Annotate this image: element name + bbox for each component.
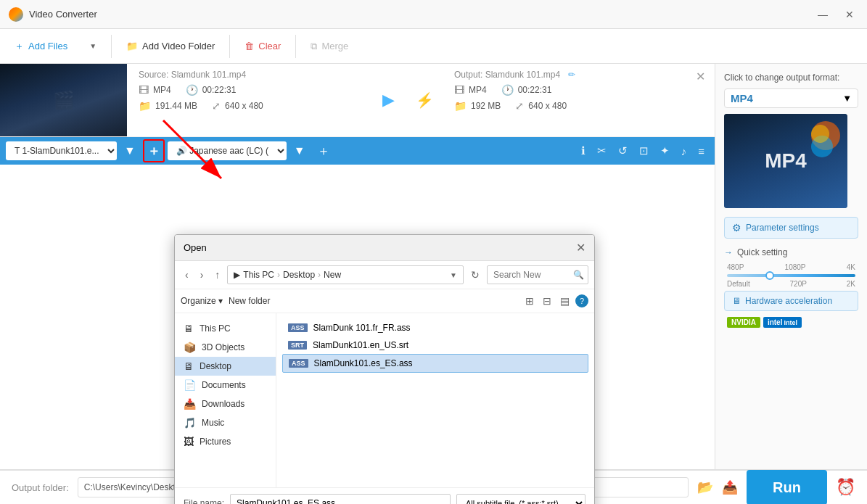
panel-view-button[interactable]: ▤ bbox=[557, 294, 572, 308]
output-resolution: ⤢ 640 x 480 bbox=[515, 100, 567, 112]
sidebar-item-music[interactable]: 🎵 Music bbox=[175, 413, 276, 432]
list-view-button[interactable]: ⊟ bbox=[540, 294, 554, 308]
main-toolbar: ＋ Add Files ▼ 📁 Add Video Folder 🗑 Clear… bbox=[0, 29, 867, 64]
add-track-button[interactable]: ＋ bbox=[143, 139, 165, 162]
pictures-icon: 🖼 bbox=[184, 436, 194, 447]
lightning-icon: ⚡ bbox=[416, 91, 434, 109]
grid-view-button[interactable]: ⊞ bbox=[522, 294, 537, 308]
minimize-button[interactable]: — bbox=[813, 7, 832, 22]
parameter-settings-button[interactable]: ⚙ Parameter settings bbox=[724, 217, 858, 239]
resize-icon: ⤢ bbox=[212, 100, 221, 112]
thumbnail-image: 🎬 bbox=[0, 64, 127, 136]
plus-icon: ＋ bbox=[15, 40, 24, 53]
chevron-down-icon: ▼ bbox=[89, 42, 96, 50]
info-icon-btn[interactable]: ℹ bbox=[577, 141, 590, 160]
file-name-2: SlamDunk101.en_US.srt bbox=[313, 340, 408, 350]
sidebar-item-this-pc[interactable]: 🖥 This PC bbox=[175, 319, 276, 338]
dialog-files: ASS SlamDunk 101.fr_FR.ass SRT SlamDunk1… bbox=[276, 313, 594, 487]
breadcrumb-sep-2: › bbox=[318, 270, 321, 280]
filename-input[interactable] bbox=[230, 494, 451, 504]
source-meta: 🎞 MP4 🕐 00:22:31 bbox=[139, 84, 358, 96]
output-size: 📁 192 MB bbox=[454, 100, 501, 112]
format-selector[interactable]: MP4 ▼ bbox=[724, 88, 858, 108]
file-entry-3[interactable]: ASS SlamDunk101.es_ES.ass bbox=[282, 354, 588, 373]
refresh-button[interactable]: ↻ bbox=[467, 268, 484, 282]
sidebar-item-pictures[interactable]: 🖼 Pictures bbox=[175, 432, 276, 451]
audio-icon-btn[interactable]: ♪ bbox=[677, 141, 691, 160]
add-audio-button[interactable]: ＋ bbox=[313, 139, 334, 162]
up-button[interactable]: ↑ bbox=[210, 268, 224, 282]
clock-icon-2: 🕐 bbox=[501, 84, 514, 96]
organize-button[interactable]: Organize ▾ bbox=[181, 296, 223, 306]
quality-slider-container: 480P 1080P 4K Default 720P 2K bbox=[724, 263, 858, 288]
browse-folder-button[interactable]: 📂 bbox=[697, 479, 713, 495]
convert-arrow: ▶ bbox=[370, 64, 406, 136]
gpu-icon: 🖥 bbox=[732, 296, 741, 306]
nvidia-badge: NVIDIA bbox=[727, 317, 760, 328]
source-size: 📁 191.44 MB bbox=[139, 100, 197, 112]
source-resolution: ⤢ 640 x 480 bbox=[212, 100, 263, 112]
clock-icon: 🕐 bbox=[186, 84, 198, 96]
source-duration: 🕐 00:22:31 bbox=[186, 84, 237, 96]
breadcrumb-dropdown[interactable]: ▼ bbox=[450, 271, 457, 279]
sidebar-item-desktop[interactable]: 🖥 Desktop bbox=[175, 357, 276, 376]
audio-track-select[interactable]: 🔊 Japanese aac (LC) ( bbox=[168, 141, 287, 160]
file-name-1: SlamDunk 101.fr_FR.ass bbox=[313, 323, 411, 333]
new-folder-button[interactable]: New folder bbox=[229, 296, 270, 306]
right-panel: Click to change output format: MP4 ▼ MP4… bbox=[715, 64, 867, 469]
file-entry-1[interactable]: ASS SlamDunk 101.fr_FR.ass bbox=[282, 319, 588, 336]
file-entry-2[interactable]: SRT SlamDunk101.en_US.srt bbox=[282, 336, 588, 354]
track-row: T 1-SlamDunk101.e... ▼ ＋ 🔊 Japanese aac … bbox=[0, 137, 715, 165]
hardware-acceleration-button[interactable]: 🖥 Hardware acceleration bbox=[724, 291, 858, 311]
quality-slider[interactable] bbox=[727, 274, 855, 277]
alarm-button[interactable]: ⏰ bbox=[836, 478, 855, 497]
output-label: Output: Slamdunk 101.mp4 ✏ bbox=[454, 70, 674, 80]
loop-icon-btn[interactable]: ↺ bbox=[614, 141, 632, 160]
search-container: 🔍 bbox=[487, 265, 588, 284]
run-button[interactable]: Run bbox=[747, 470, 827, 504]
video-track-select[interactable]: T 1-SlamDunk101.e... bbox=[6, 141, 117, 160]
format-thumb-inner: MP4 bbox=[724, 114, 847, 208]
add-video-folder-button[interactable]: 📁 Add Video Folder bbox=[118, 36, 223, 56]
close-button[interactable]: ✕ bbox=[841, 7, 858, 22]
dialog-body: 🖥 This PC 📦 3D Objects 🖥 Desktop 📄 Docum… bbox=[175, 313, 594, 487]
track-toolbar: ℹ ✂ ↺ ⊡ ✦ ♪ ≡ bbox=[577, 141, 709, 160]
folder-icon-3: 📁 bbox=[454, 100, 467, 112]
dialog-footer: File name: All subtitle file. (*.ass;*.s… bbox=[175, 487, 594, 504]
breadcrumb-new: New bbox=[324, 270, 341, 280]
back-button[interactable]: ‹ bbox=[181, 268, 193, 282]
clear-button[interactable]: 🗑 Clear bbox=[236, 36, 289, 56]
sidebar-item-downloads[interactable]: 📥 Downloads bbox=[175, 394, 276, 413]
output-meta-2: 📁 192 MB ⤢ 640 x 480 bbox=[454, 100, 674, 112]
file-name-3: SlamDunk101.es_ES.ass bbox=[314, 358, 413, 368]
forward-button[interactable]: › bbox=[196, 268, 208, 282]
subtitle-icon-btn[interactable]: ≡ bbox=[694, 141, 709, 160]
dropdown-track-button[interactable]: ▼ bbox=[120, 141, 140, 160]
dialog-title-bar: Open ✕ bbox=[175, 235, 594, 261]
view-buttons: ⊞ ⊟ ▤ ? bbox=[522, 294, 588, 308]
add-files-button[interactable]: ＋ Add Files bbox=[6, 36, 76, 57]
dropdown-audio-button[interactable]: ▼ bbox=[289, 141, 310, 160]
app-icon bbox=[9, 7, 23, 22]
crop-icon-btn[interactable]: ⊡ bbox=[635, 141, 653, 160]
dialog-close-button[interactable]: ✕ bbox=[576, 241, 585, 255]
cut-icon-btn[interactable]: ✂ bbox=[593, 141, 611, 160]
music-icon: 🎵 bbox=[184, 417, 196, 429]
merge-button[interactable]: ⧉ Merge bbox=[302, 36, 357, 57]
output-format-label: Click to change output format: bbox=[724, 73, 858, 83]
export-button[interactable]: 📤 bbox=[722, 479, 738, 495]
filetype-select[interactable]: All subtitle file. (*.ass;*.srt) bbox=[456, 494, 585, 504]
source-meta-2: 📁 191.44 MB ⤢ 640 x 480 bbox=[139, 100, 358, 112]
sidebar-item-3d-objects[interactable]: 📦 3D Objects bbox=[175, 338, 276, 357]
help-button[interactable]: ? bbox=[575, 294, 588, 307]
3d-objects-icon: 📦 bbox=[184, 342, 196, 353]
breadcrumb-root: ▶ bbox=[234, 270, 240, 280]
sidebar-item-documents[interactable]: 📄 Documents bbox=[175, 376, 276, 394]
edit-output-icon[interactable]: ✏ bbox=[568, 70, 575, 80]
remove-file-button[interactable]: ✕ bbox=[696, 70, 705, 83]
slider-thumb[interactable] bbox=[765, 271, 774, 280]
format-name: MP4 bbox=[731, 92, 753, 104]
dropdown-arrow-button[interactable]: ▼ bbox=[79, 38, 105, 54]
effects-icon-btn[interactable]: ✦ bbox=[656, 141, 674, 160]
documents-icon: 📄 bbox=[184, 379, 196, 391]
